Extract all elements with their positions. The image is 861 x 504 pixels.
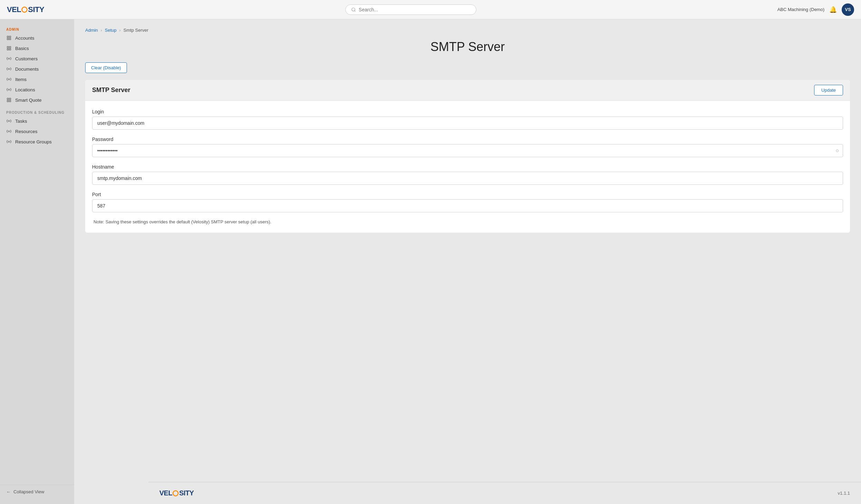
password-label: Password — [92, 137, 843, 142]
sidebar-item-basics-label: Basics — [15, 46, 29, 51]
sidebar-item-accounts-label: Accounts — [15, 36, 34, 41]
svg-rect-16 — [7, 100, 9, 102]
breadcrumb-sep2: › — [119, 28, 121, 33]
svg-point-13 — [8, 89, 10, 90]
toggle-password-icon[interactable]: ○ — [835, 148, 839, 154]
header: VELSITY ABC Machining (Demo) 🔔 VS — [0, 0, 861, 19]
svg-rect-4 — [7, 38, 9, 40]
sidebar-item-tasks[interactable]: Tasks — [0, 116, 74, 126]
sidebar-item-documents[interactable]: Documents — [0, 64, 74, 74]
sidebar-item-smart-quote[interactable]: Smart Quote — [0, 95, 74, 105]
resources-icon — [6, 129, 12, 134]
company-name: ABC Machining (Demo) — [777, 7, 824, 12]
svg-point-11 — [8, 68, 10, 70]
card-header: SMTP Server Update — [85, 80, 850, 101]
documents-icon — [6, 66, 12, 72]
svg-point-0 — [352, 8, 355, 11]
sidebar-item-basics[interactable]: Basics — [0, 43, 74, 53]
header-right: ABC Machining (Demo) 🔔 VS — [777, 3, 854, 16]
collapse-icon: ← — [6, 489, 11, 494]
note-text: Note: Saving these settings overrides th… — [92, 219, 843, 224]
svg-rect-7 — [9, 47, 11, 48]
svg-rect-17 — [9, 100, 11, 102]
search-icon — [351, 7, 356, 12]
svg-point-19 — [8, 131, 10, 132]
svg-rect-9 — [9, 49, 11, 50]
resource-groups-icon — [6, 139, 12, 144]
main-content: Admin › Setup › Smtp Server SMTP Server … — [74, 19, 861, 482]
footer-logo: VELSITY — [159, 489, 194, 497]
sidebar-item-items[interactable]: Items — [0, 74, 74, 84]
sidebar-item-smart-quote-label: Smart Quote — [15, 98, 42, 103]
svg-rect-5 — [9, 38, 11, 40]
sidebar-item-resources-label: Resources — [15, 129, 38, 134]
breadcrumb-sep1: › — [101, 28, 102, 33]
hostname-group: Hostname — [92, 164, 843, 185]
customers-icon — [6, 56, 12, 61]
sidebar-item-items-label: Items — [15, 77, 27, 82]
card-title: SMTP Server — [92, 87, 130, 94]
footer: VELSITY v1.1.1 — [148, 482, 861, 504]
clear-disable-button[interactable]: Clear (Disable) — [85, 62, 127, 73]
logo: VELSITY — [7, 5, 44, 14]
password-wrapper: ○ — [92, 144, 843, 157]
locations-icon — [6, 87, 12, 92]
tasks-icon — [6, 118, 12, 124]
sidebar-item-resources[interactable]: Resources — [0, 126, 74, 137]
sidebar-item-customers-label: Customers — [15, 56, 38, 61]
password-input[interactable] — [92, 144, 843, 157]
hostname-label: Hostname — [92, 164, 843, 170]
sidebar: ADMIN Accounts Basics Customers Document… — [0, 19, 74, 504]
sidebar-item-customers[interactable]: Customers — [0, 53, 74, 64]
hostname-input[interactable] — [92, 172, 843, 185]
items-icon — [6, 77, 12, 82]
svg-rect-6 — [7, 47, 9, 48]
svg-rect-15 — [9, 98, 11, 100]
sidebar-item-tasks-label: Tasks — [15, 119, 27, 124]
search-input[interactable] — [359, 7, 471, 12]
sidebar-item-locations[interactable]: Locations — [0, 84, 74, 95]
sidebar-item-resource-groups-label: Resource Groups — [15, 139, 52, 144]
main: Admin › Setup › Smtp Server SMTP Server … — [74, 19, 861, 504]
accounts-icon — [6, 35, 12, 41]
svg-rect-8 — [7, 49, 9, 50]
sidebar-item-accounts[interactable]: Accounts — [0, 33, 74, 43]
card-body: Login Password ○ Hostname — [85, 101, 850, 233]
production-section-label: PRODUCTION & SCHEDULING — [0, 105, 74, 116]
footer-logo-o-icon — [172, 490, 179, 496]
svg-point-12 — [8, 79, 10, 80]
login-input[interactable] — [92, 117, 843, 130]
logo-o-icon — [21, 7, 28, 13]
collapsed-view-label: Collapsed View — [13, 489, 44, 494]
breadcrumb: Admin › Setup › Smtp Server — [85, 28, 850, 33]
port-input[interactable] — [92, 199, 843, 212]
breadcrumb-admin[interactable]: Admin — [85, 28, 98, 33]
login-label: Login — [92, 109, 843, 114]
basics-icon — [6, 46, 12, 51]
sidebar-item-locations-label: Locations — [15, 87, 35, 92]
breadcrumb-setup[interactable]: Setup — [105, 28, 117, 33]
svg-rect-14 — [7, 98, 9, 100]
admin-section-label: ADMIN — [0, 25, 74, 33]
sidebar-item-resource-groups[interactable]: Resource Groups — [0, 137, 74, 147]
port-group: Port — [92, 192, 843, 212]
smart-quote-icon — [6, 97, 12, 103]
password-group: Password ○ — [92, 137, 843, 157]
update-button[interactable]: Update — [814, 85, 843, 95]
version-text: v1.1.1 — [838, 491, 850, 496]
port-label: Port — [92, 192, 843, 197]
collapsed-view-button[interactable]: ← Collapsed View — [0, 485, 74, 498]
search-bar[interactable] — [345, 4, 476, 15]
svg-rect-3 — [9, 36, 11, 38]
bell-icon[interactable]: 🔔 — [829, 6, 837, 13]
layout: ADMIN Accounts Basics Customers Document… — [0, 19, 861, 504]
svg-line-1 — [355, 10, 356, 11]
breadcrumb-current: Smtp Server — [123, 28, 148, 33]
login-group: Login — [92, 109, 843, 130]
smtp-card: SMTP Server Update Login Password ○ — [85, 80, 850, 233]
avatar[interactable]: VS — [842, 3, 854, 16]
svg-point-18 — [8, 120, 10, 122]
svg-point-20 — [8, 141, 10, 142]
sidebar-item-documents-label: Documents — [15, 67, 39, 72]
page-title: SMTP Server — [85, 40, 850, 54]
